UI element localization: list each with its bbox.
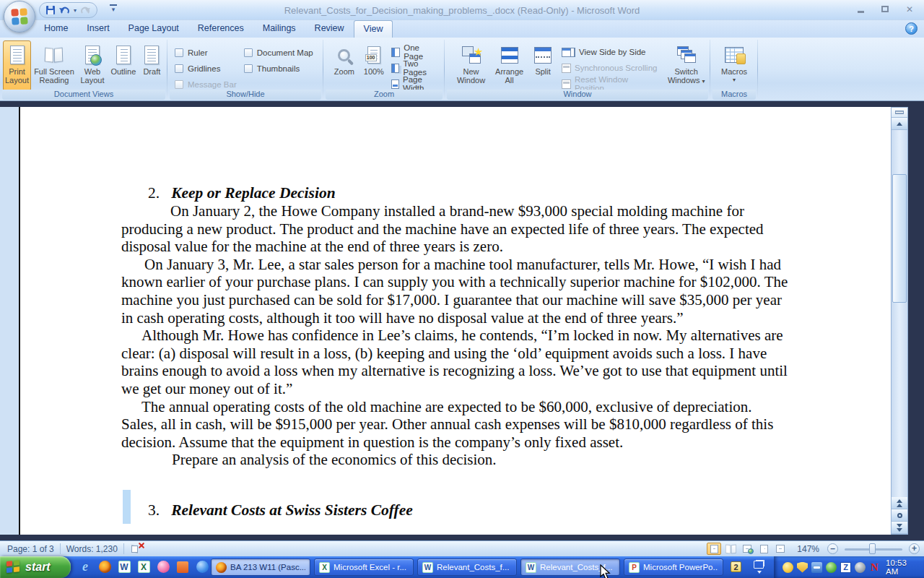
start-button[interactable]: start (0, 556, 71, 578)
paragraph: On January 3, Mr. Lee, a star sales pers… (121, 256, 788, 327)
status-draft-button[interactable] (773, 543, 788, 555)
sync-scrolling-icon (562, 64, 571, 73)
taskbar: start e W X BA 213 W11 (Pasc... X Micros… (0, 556, 924, 578)
group-label-show-hide: Show/Hide (170, 90, 321, 100)
undo-dropdown-icon[interactable]: ▾ (74, 7, 77, 14)
tab-home[interactable]: Home (35, 20, 77, 38)
vertical-scrollbar[interactable] (891, 107, 908, 535)
tray-shield-icon[interactable] (797, 562, 808, 573)
customize-qat-icon[interactable]: ▾ (110, 4, 117, 12)
scroll-up-icon[interactable] (892, 118, 907, 130)
toolbar-chevron-icon[interactable] (754, 561, 764, 569)
ruler-toggle-icon[interactable] (892, 108, 907, 118)
select-browse-object-icon[interactable] (892, 509, 907, 522)
internet-explorer-icon[interactable]: e (78, 559, 92, 574)
help-icon[interactable]: ? (905, 22, 918, 35)
taskbar-button-powerpoint[interactable]: P Microsoft PowerPo... (624, 558, 723, 576)
status-outline-button[interactable] (757, 543, 771, 555)
status-print-layout-button[interactable] (707, 543, 721, 555)
excel-icon[interactable]: X (136, 559, 151, 574)
tab-review[interactable]: Review (305, 20, 354, 38)
tray-antivirus-icon[interactable] (826, 562, 837, 573)
ruler-checkbox[interactable]: Ruler (175, 45, 237, 61)
taskbar-badge-icon[interactable]: 2 (731, 561, 741, 572)
zoom-level[interactable]: 147% (797, 544, 819, 554)
tray-key-icon[interactable] (811, 562, 822, 573)
full-screen-reading-button[interactable]: Full Screen Reading (31, 40, 77, 91)
tab-insert[interactable]: Insert (77, 20, 118, 38)
tray-volume-icon[interactable] (855, 562, 866, 573)
tab-view[interactable]: View (354, 20, 393, 38)
split-icon (534, 43, 552, 67)
group-label-macros: Macros (712, 90, 756, 100)
status-full-screen-button[interactable] (723, 543, 738, 555)
undo-icon[interactable] (59, 6, 70, 15)
group-label-zoom: Zoom (326, 90, 443, 100)
document-map-checkbox[interactable]: Document Map (244, 45, 313, 61)
word-icon[interactable]: W (117, 559, 131, 574)
document-page[interactable]: 2.Keep or Replace Decision On January 2,… (19, 107, 892, 535)
system-tray: Z N 10:53 AM (774, 556, 924, 578)
taskbar-button-firefox[interactable]: BA 213 W11 (Pasc... (211, 558, 310, 576)
new-window-button[interactable]: New Window (453, 40, 489, 91)
messenger-icon[interactable] (195, 559, 209, 574)
zoom-100-button[interactable]: 100 100% (359, 40, 388, 91)
tray-novell-icon[interactable]: N (869, 562, 880, 573)
draft-button[interactable]: Draft (139, 40, 165, 91)
zoom-slider[interactable] (845, 543, 902, 555)
group-label-document-views: Document Views (2, 90, 165, 100)
firefox-icon[interactable] (97, 559, 112, 574)
outline-icon (116, 43, 131, 67)
ribbon-tab-row: Home Insert Page Layout References Maili… (0, 20, 924, 38)
zoom-button[interactable]: Zoom (329, 40, 359, 91)
proofing-error-icon[interactable] (131, 544, 144, 553)
checkbox-icon (175, 64, 183, 73)
thumbnails-checkbox[interactable]: Thumbnails (244, 61, 313, 77)
print-layout-button[interactable]: Print Layout (3, 40, 31, 91)
tab-page-layout[interactable]: Page Layout (119, 20, 188, 38)
zoom-out-button[interactable]: – (827, 543, 838, 554)
powerpoint-icon: P (629, 562, 640, 573)
mail-app-icon[interactable] (175, 559, 190, 574)
window-title: Relevant_Costs_for_Decision_making_probl… (0, 5, 924, 16)
page-width-button[interactable]: Page Width (388, 77, 442, 91)
split-button[interactable]: Split (530, 40, 556, 91)
tray-clock[interactable]: 10:53 AM (886, 558, 918, 576)
arrange-all-button[interactable]: Arrange All (492, 40, 527, 91)
outline-button[interactable]: Outline (108, 40, 139, 91)
restore-button[interactable] (875, 3, 895, 16)
redo-icon[interactable] (80, 6, 91, 15)
macros-button[interactable]: Macros ▾ (714, 40, 754, 91)
previous-page-icon[interactable] (892, 497, 907, 509)
switch-windows-button[interactable]: Switch Windows ▾ (665, 40, 707, 91)
two-pages-button[interactable]: Two Pages (388, 61, 442, 75)
status-web-layout-button[interactable] (740, 543, 754, 555)
page-indicator[interactable]: Page: 1 of 3 (7, 544, 54, 554)
macros-icon (725, 43, 744, 67)
word-count[interactable]: Words: 1,230 (66, 544, 118, 554)
word-icon: W (422, 562, 433, 573)
taskbar-button-excel[interactable]: X Microsoft Excel - r... (314, 558, 414, 576)
one-page-button[interactable]: One Page (388, 45, 442, 59)
tray-z-icon[interactable]: Z (840, 562, 851, 573)
minimize-button[interactable] (850, 3, 871, 16)
taskbar-button-word-1[interactable]: W Relevant_Costs_f... (417, 558, 517, 576)
view-side-by-side-button[interactable]: View Side by Side (559, 45, 662, 59)
zoom-in-button[interactable]: + (909, 543, 920, 554)
checkbox-icon (244, 64, 253, 73)
save-icon[interactable] (45, 5, 56, 15)
key-app-icon[interactable] (156, 559, 170, 574)
web-layout-button[interactable]: Web Layout (77, 40, 108, 91)
close-button[interactable]: ✕ (899, 3, 920, 16)
scrollbar-thumb[interactable] (892, 174, 907, 303)
paragraph: Although Mr. Howe has confidence in Lee’… (121, 327, 788, 397)
tray-app-icon[interactable] (783, 562, 793, 573)
zoom-slider-thumb[interactable] (869, 543, 876, 554)
two-pages-icon (391, 64, 400, 73)
gridlines-checkbox[interactable]: Gridlines (175, 61, 237, 77)
office-button[interactable] (4, 1, 35, 33)
next-page-icon[interactable] (892, 522, 907, 534)
tab-mailings[interactable]: Mailings (253, 20, 305, 38)
tab-references[interactable]: References (188, 20, 253, 38)
checkbox-icon (244, 48, 253, 57)
